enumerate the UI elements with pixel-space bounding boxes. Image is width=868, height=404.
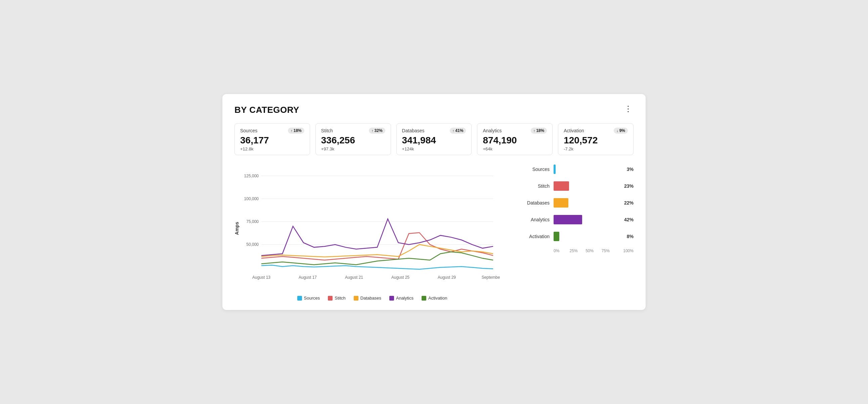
stat-value: 336,256: [321, 135, 385, 146]
svg-text:75,000: 75,000: [246, 219, 259, 224]
svg-text:50,000: 50,000: [246, 242, 259, 247]
legend-label: Databases: [361, 296, 381, 301]
legend-item-activation: Activation: [422, 296, 447, 301]
stat-change: +12.8k: [240, 147, 304, 152]
bar-fill: [554, 181, 569, 191]
card-title: BY CATEGORY: [235, 105, 299, 115]
stat-badge: ↑32%: [369, 128, 385, 134]
bar-pct: 8%: [627, 234, 633, 239]
bar-row-wrap: 42%: [554, 215, 633, 224]
badge-arrow: ↑: [290, 129, 292, 133]
bar-track: [554, 164, 624, 174]
stat-header: Analytics ↑18%: [483, 128, 547, 134]
stat-value: 341,984: [402, 135, 466, 146]
bar-fill: [554, 215, 582, 224]
svg-text:August 25: August 25: [391, 275, 409, 280]
stat-card-sources: Sources ↑18% 36,177 +12.8k: [235, 123, 310, 155]
bar-axis-label: 75%: [601, 249, 618, 253]
stat-header: Stitch ↑32%: [321, 128, 385, 134]
bar-label: Stitch: [523, 183, 554, 189]
stat-card-stitch: Stitch ↑32% 336,256 +97.3k: [315, 123, 391, 155]
bar-fill: [554, 164, 556, 174]
stat-header: Sources ↑18%: [240, 128, 304, 134]
stat-change: +97.3k: [321, 147, 385, 152]
stat-value: 120,572: [564, 135, 628, 146]
svg-text:August 21: August 21: [345, 275, 363, 280]
stat-card-activation: Activation ↓9% 120,572 -7.2k: [558, 123, 633, 155]
legend-color: [328, 296, 333, 301]
stat-badge: ↑18%: [288, 128, 304, 134]
card-header: BY CATEGORY ⋮: [235, 105, 633, 115]
bar-axis-label: 0%: [554, 249, 570, 253]
bar-axis-label: 100%: [617, 249, 633, 253]
svg-text:September 2: September 2: [482, 275, 500, 280]
bar-fill: [554, 198, 568, 208]
bar-row-analytics: Analytics 42%: [523, 215, 633, 224]
stat-value: 874,190: [483, 135, 547, 146]
line-chart-svg: 125,000100,00075,00050,000August 13Augus…: [235, 164, 500, 292]
svg-text:August 17: August 17: [299, 275, 317, 280]
stat-header: Activation ↓9%: [564, 128, 628, 134]
stat-change: +64k: [483, 147, 547, 152]
bar-pct: 3%: [627, 166, 633, 172]
stat-badge: ↑41%: [450, 128, 466, 134]
stat-badge: ↓9%: [614, 128, 628, 134]
bar-track: [554, 181, 621, 191]
badge-arrow: ↑: [453, 129, 455, 133]
bar-label: Activation: [523, 234, 554, 239]
bar-row-sources: Sources 3%: [523, 164, 633, 174]
bar-row-stitch: Stitch 23%: [523, 181, 633, 191]
chart-legend: Sources Stitch Databases Analytics Activ…: [235, 296, 510, 301]
svg-text:August 29: August 29: [438, 275, 456, 280]
stat-label: Stitch: [321, 128, 333, 133]
legend-item-stitch: Stitch: [328, 296, 346, 301]
stat-header: Databases ↑41%: [402, 128, 466, 134]
line-chart-container: Amps 125,000100,00075,00050,000August 13…: [235, 164, 510, 301]
main-card: BY CATEGORY ⋮ Sources ↑18% 36,177 +12.8k…: [222, 94, 646, 310]
bar-pct: 42%: [624, 217, 633, 222]
line-chart-wrap: Amps 125,000100,00075,00050,000August 13…: [235, 164, 510, 292]
badge-arrow: ↑: [533, 129, 535, 133]
bar-track: [554, 198, 621, 208]
stat-value: 36,177: [240, 135, 304, 146]
bar-pct: 23%: [624, 183, 633, 189]
legend-item-databases: Databases: [354, 296, 381, 301]
legend-label: Stitch: [335, 296, 346, 301]
legend-color: [297, 296, 302, 301]
bar-row-wrap: 23%: [554, 181, 633, 191]
legend-label: Activation: [428, 296, 447, 301]
legend-color: [389, 296, 394, 301]
stat-label: Activation: [564, 128, 584, 133]
bar-track: [554, 215, 621, 224]
badge-arrow: ↑: [372, 129, 374, 133]
bar-label: Analytics: [523, 217, 554, 222]
bar-row-wrap: 3%: [554, 164, 633, 174]
stat-card-databases: Databases ↑41% 341,984 +124k: [396, 123, 472, 155]
svg-text:125,000: 125,000: [244, 174, 259, 178]
bar-label: Databases: [523, 200, 554, 206]
stats-row: Sources ↑18% 36,177 +12.8k Stitch ↑32% 3…: [235, 123, 633, 155]
bar-label: Sources: [523, 166, 554, 172]
stat-label: Databases: [402, 128, 425, 133]
more-button[interactable]: ⋮: [623, 105, 633, 113]
bar-row-wrap: 22%: [554, 198, 633, 208]
stat-card-analytics: Analytics ↑18% 874,190 +64k: [477, 123, 553, 155]
legend-color: [422, 296, 426, 301]
bar-track: [554, 232, 624, 241]
stat-change: -7.2k: [564, 147, 628, 152]
bar-row-activation: Activation 8%: [523, 232, 633, 241]
legend-label: Sources: [304, 296, 320, 301]
bar-axis-label: 25%: [570, 249, 586, 253]
badge-arrow: ↓: [616, 129, 618, 133]
bar-chart-container: Sources 3% Stitch 23% Databases 22% Anal…: [523, 164, 633, 253]
bar-axis: 0%25%50%75%100%: [523, 249, 633, 253]
legend-item-analytics: Analytics: [389, 296, 413, 301]
bar-pct: 22%: [624, 200, 633, 206]
svg-text:August 13: August 13: [252, 275, 271, 280]
stat-badge: ↑18%: [531, 128, 547, 134]
y-axis-label: Amps: [234, 222, 240, 235]
stat-label: Sources: [240, 128, 257, 133]
bar-row-databases: Databases 22%: [523, 198, 633, 208]
bar-row-wrap: 8%: [554, 232, 633, 241]
legend-label: Analytics: [396, 296, 413, 301]
